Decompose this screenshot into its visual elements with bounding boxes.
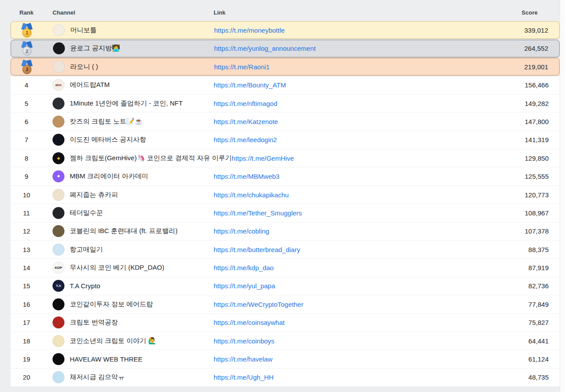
channel-link[interactable]: https://t.me/nftimagod [214, 100, 277, 107]
link-cell: https://t.me/coinboys [214, 337, 476, 345]
score-cell: 61,124 [476, 355, 560, 363]
channel-cell: 코블린의 IBC 훈련대대 (ft. 프로밸리) [42, 225, 214, 237]
rank-number: 20 [23, 373, 30, 381]
medal-number: 2 [23, 46, 32, 56]
table-header: Rank Channel Link Score [11, 4, 560, 21]
channel-link[interactable]: https://t.me/GemHive [232, 155, 294, 162]
table-row: 2 윤로그 공지방🧑‍💻 https://t.me/yunlog_announc… [11, 40, 560, 57]
channel-cell: 항고매일기 [42, 244, 214, 256]
channel-link[interactable]: https://t.me/coinsaywhat [214, 319, 285, 326]
channel-name: 항고매일기 [70, 245, 103, 254]
rank-cell: 10 [11, 191, 42, 199]
link-cell: https://t.me/havelaw [214, 355, 476, 363]
channel-avatar [53, 24, 65, 36]
channel-name: 무사시의 코인 베기 (KDP_DAO) [70, 264, 164, 272]
table-row: 13 항고매일기 https://t.me/butterbread_diary … [11, 241, 560, 259]
score-cell: 149,282 [476, 100, 560, 107]
link-cell: https://t.me/moneybottle [214, 26, 475, 34]
score-value: 75,827 [528, 319, 549, 326]
rank-cell: 2 [11, 41, 43, 56]
channel-cell: atm 에어드랍ATM [42, 79, 214, 91]
channel-link[interactable]: https://t.me/havelaw [214, 355, 272, 363]
score-value: 64,441 [528, 337, 549, 345]
table-row: 1 머니보틀 https://t.me/moneybottle 339,012 [11, 21, 560, 39]
rank-cell: 17 [11, 319, 42, 326]
header-channel: Channel [42, 9, 214, 16]
rank-cell: 9 [11, 173, 42, 180]
channel-link[interactable]: https://t.me/Katzenote [214, 118, 278, 125]
table-row: 3 라오니 ( ) https://t.me/Raoni1 219,001 [11, 58, 560, 75]
medal-icon: 2 [21, 41, 33, 56]
score-cell: 129,850 [476, 155, 560, 162]
table-row: 12 코블린의 IBC 훈련대대 (ft. 프로밸리) https://t.me… [11, 222, 560, 241]
score-value: 120,773 [525, 191, 549, 199]
rank-cell: 6 [11, 118, 42, 125]
link-cell: https://t.me/yul_papa [214, 282, 476, 290]
channel-link[interactable]: https://t.me/WeCryptoTogether [214, 301, 303, 308]
channel-link[interactable]: https://t.me/Raoni1 [214, 63, 270, 71]
channel-cell: 크립토 번역공장 [42, 317, 214, 328]
channel-link[interactable]: https://t.me/coinboys [214, 337, 275, 345]
channel-cell: 라오니 ( ) [43, 61, 214, 73]
link-cell: https://t.me/Tether_Smugglers [214, 209, 476, 217]
table-row: 15 T.Λ T.A Crypto https://t.me/yul_papa … [11, 277, 560, 295]
channel-link[interactable]: https://t.me/chukapikachu [214, 191, 289, 199]
channel-link[interactable]: https://t.me/yunlog_announcement [214, 45, 316, 52]
channel-link[interactable]: https://t.me/cobling [214, 227, 269, 235]
score-cell: 87,919 [476, 264, 560, 271]
rank-number: 12 [23, 227, 30, 235]
channel-avatar: T.Λ [53, 280, 64, 292]
channel-link[interactable]: https://t.me/Bounty_ATM [214, 81, 286, 89]
link-cell: https://t.me/kdp_dao [214, 264, 476, 271]
rank-cell: 16 [11, 301, 42, 308]
link-cell: https://t.me/butterbread_diary [214, 246, 476, 253]
medal-number: 1 [23, 28, 32, 38]
channel-name: HAVELAW WEB THREE [70, 355, 143, 363]
score-cell: 48,735 [476, 373, 560, 381]
rank-number: 18 [23, 337, 30, 345]
table-row: 17 크립토 번역공장 https://t.me/coinsaywhat 75,… [11, 314, 560, 332]
rank-number: 7 [25, 136, 28, 143]
score-value: 107,378 [525, 227, 549, 235]
channel-avatar [53, 335, 64, 347]
channel-link[interactable]: https://t.me/Tether_Smugglers [214, 209, 302, 217]
channel-name: 윤로그 공지방🧑‍💻 [70, 44, 120, 53]
channel-cell: 폐지줍는 츄카피 [42, 189, 214, 201]
channel-avatar: ❖ [53, 170, 64, 182]
channel-avatar [53, 225, 64, 237]
channel-cell: T.Λ T.A Crypto [42, 280, 214, 292]
score-cell: 75,827 [476, 319, 560, 326]
link-cell: https://t.me/coinsaywhat [214, 319, 476, 326]
channel-link[interactable]: https://t.me/MBMweb3 [214, 173, 279, 180]
channel-link[interactable]: https://t.me/leedogin2 [214, 136, 277, 143]
rank-number: 17 [23, 319, 30, 326]
rank-cell: 13 [11, 246, 42, 253]
rank-number: 9 [25, 173, 28, 180]
channel-avatar [53, 42, 65, 54]
table-row: 5 1Minute 1년안에 졸업하기 - 코인, NFT https://t.… [11, 94, 560, 113]
score-cell: 219,001 [475, 63, 559, 71]
score-cell: 107,378 [476, 227, 560, 235]
table-row: 18 코인소년의 크립토 이야기 🙋‍♂️ https://t.me/coinb… [11, 332, 560, 350]
channel-link[interactable]: https://t.me/kdp_dao [214, 264, 274, 271]
score-value: 82,736 [528, 282, 549, 290]
channel-link[interactable]: https://t.me/butterbread_diary [214, 246, 300, 253]
channel-cell: ❖ MBM 크리에이터 아카데미 [42, 170, 214, 182]
channel-name: 1Minute 1년안에 졸업하기 - 코인, NFT [70, 99, 183, 108]
channel-cell: 캇즈의 크립토 노트📝☕ [42, 116, 214, 128]
channel-cell: 이도진 메타버스 공지사항 [42, 134, 214, 146]
channel-link[interactable]: https://t.me/yul_papa [214, 282, 275, 290]
rank-number: 13 [23, 246, 30, 253]
channel-avatar [53, 98, 64, 109]
channel-name: 라오니 ( ) [70, 63, 98, 71]
channel-link[interactable]: https://t.me/Ugh_HH [214, 373, 274, 381]
score-cell: 264,552 [475, 45, 559, 52]
channel-link[interactable]: https://t.me/moneybottle [214, 26, 285, 34]
channel-avatar: atm [53, 79, 64, 91]
rank-number: 16 [23, 301, 30, 308]
scrollbar-track[interactable] [560, 0, 565, 392]
channel-avatar [53, 353, 64, 365]
link-cell: https://t.me/Raoni1 [214, 63, 475, 71]
channel-name: 채저시급 김으악ㅠ [70, 373, 124, 381]
table-row: 20 채저시급 김으악ㅠ https://t.me/Ugh_HH 48,735 [11, 369, 560, 387]
